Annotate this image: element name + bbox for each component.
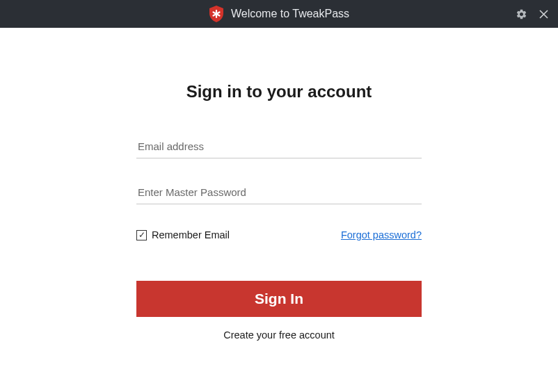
signin-button[interactable]: Sign In [136, 281, 422, 317]
close-icon[interactable] [537, 8, 550, 20]
forgot-password-link[interactable]: Forgot password? [341, 229, 422, 240]
gear-icon[interactable] [515, 8, 527, 20]
checkmark-icon: ✓ [138, 231, 145, 239]
page-title: Sign in to your account [186, 82, 372, 101]
window-title: Welcome to TweakPass [231, 8, 349, 20]
shield-icon [209, 6, 224, 22]
titlebar-center: Welcome to TweakPass [209, 6, 349, 22]
password-field[interactable] [136, 181, 422, 204]
remember-email-container: ✓ Remember Email [136, 229, 230, 240]
main-content: Sign in to your account ✓ Remember Email… [0, 28, 558, 341]
signin-form: ✓ Remember Email Forgot password? Sign I… [136, 135, 422, 341]
titlebar-controls [515, 0, 550, 28]
options-row: ✓ Remember Email Forgot password? [136, 229, 422, 240]
remember-email-label: Remember Email [152, 229, 230, 240]
email-field[interactable] [136, 135, 422, 158]
create-account-link[interactable]: Create your free account [136, 329, 422, 341]
titlebar: Welcome to TweakPass [0, 0, 558, 28]
remember-email-checkbox[interactable]: ✓ [136, 230, 147, 240]
